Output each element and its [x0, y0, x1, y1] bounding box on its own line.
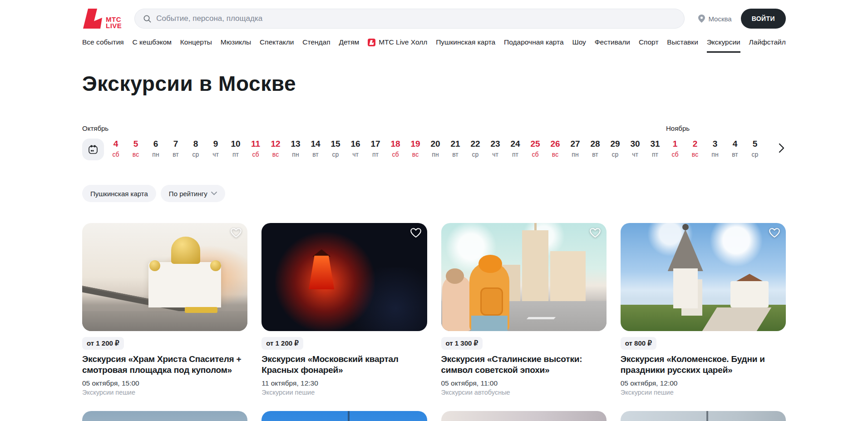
event-card-image[interactable] [261, 411, 427, 421]
nav-item[interactable]: Шоу [572, 38, 586, 47]
nav-item[interactable]: С кешбэком [133, 38, 172, 47]
calendar-day[interactable]: 3пн [705, 139, 725, 158]
calendar-day-weekday: вс [685, 151, 705, 158]
nav-item[interactable]: Все события [82, 38, 124, 47]
event-card-partial[interactable] [82, 411, 247, 421]
calendar-day[interactable]: 11сб [246, 139, 266, 158]
event-card-image[interactable] [261, 223, 427, 331]
calendar-day-weekday: пт [226, 151, 246, 158]
search-input[interactable] [156, 14, 676, 23]
search-bar[interactable] [134, 9, 685, 29]
nav-item[interactable]: Детям [339, 38, 360, 47]
calendar-day[interactable]: 17пт [365, 139, 385, 158]
calendar-day[interactable]: 7вт [166, 139, 186, 158]
event-card-image[interactable] [441, 411, 607, 421]
calendar-day[interactable]: 31пт [645, 139, 665, 158]
calendar-day[interactable]: 24пт [505, 139, 525, 158]
event-title[interactable]: Экскурсия «Коломенское. Будни и праздник… [621, 354, 786, 376]
nav-item[interactable]: Выставки [667, 38, 698, 47]
calendar-day[interactable]: 18сб [385, 139, 405, 158]
calendar-picker-button[interactable] [82, 139, 104, 160]
event-title[interactable]: Экскурсия «Храм Христа Спасителя + смотр… [82, 354, 247, 376]
calendar-day[interactable]: 23чт [485, 139, 505, 158]
calendar-day[interactable]: 22ср [465, 139, 485, 158]
event-card-partial[interactable] [261, 411, 427, 421]
calendar-day[interactable]: 12вс [266, 139, 286, 158]
calendar-day-weekday: пн [425, 151, 445, 158]
calendar-day[interactable]: 26вс [545, 139, 565, 158]
calendar-day[interactable]: 8ср [186, 139, 206, 158]
event-card[interactable]: от 800 ₽ Экскурсия «Коломенское. Будни и… [621, 223, 786, 396]
nav-item-label: МТС Live Холл [379, 38, 427, 46]
calendar-day[interactable]: 5вс [126, 139, 146, 158]
event-card-image[interactable] [621, 223, 786, 331]
favorite-heart-icon[interactable] [410, 228, 422, 240]
calendar-day[interactable]: 14вт [306, 139, 326, 158]
event-card[interactable]: от 1 300 ₽ Экскурсия «Сталинские высотки… [441, 223, 607, 396]
calendar-day[interactable]: 20пн [425, 139, 445, 158]
calendar-day[interactable]: 19вс [405, 139, 425, 158]
calendar-day-number: 30 [625, 139, 645, 149]
calendar-day[interactable]: 13пн [286, 139, 306, 158]
nav-item[interactable]: Стендап [302, 38, 330, 47]
calendar-day[interactable]: 28вт [585, 139, 605, 158]
nav-item[interactable]: МТС Live Холл [368, 38, 427, 47]
sort-dropdown[interactable]: По рейтингу [161, 185, 225, 202]
calendar-day[interactable]: 27пн [565, 139, 585, 158]
calendar-day-number: 5 [126, 139, 146, 149]
nav-item[interactable]: Лайфстайл [749, 38, 786, 47]
event-card-partial[interactable] [441, 411, 607, 421]
city-selector[interactable]: Москва [698, 15, 731, 23]
event-card-partial[interactable] [621, 411, 786, 421]
calendar-day[interactable]: 16чт [345, 139, 365, 158]
calendar-day[interactable]: 29ср [605, 139, 625, 158]
nav-item[interactable]: Пушкинская карта [436, 38, 495, 47]
event-photo [621, 223, 786, 331]
calendar-day[interactable]: 5ср [745, 139, 765, 158]
nav-item[interactable]: Спорт [639, 38, 659, 47]
login-button[interactable]: ВОЙТИ [741, 9, 786, 29]
calendar-day[interactable]: 9чт [206, 139, 226, 158]
calendar-day-number: 27 [565, 139, 585, 149]
calendar-day[interactable]: 4вт [725, 139, 745, 158]
calendar-day-weekday: ср [186, 151, 206, 158]
calendar-day[interactable]: 2вс [685, 139, 705, 158]
nav-item[interactable]: Концерты [180, 38, 212, 47]
nav-item[interactable]: Подарочная карта [504, 38, 564, 47]
calendar-month-october: Октябрь [82, 124, 108, 132]
event-title[interactable]: Экскурсия «Московский квартал Красных фо… [261, 354, 427, 376]
event-card-image[interactable] [82, 223, 247, 331]
nav-item-label: Выставки [667, 38, 698, 46]
favorite-heart-icon[interactable] [589, 228, 601, 240]
filter-chip-pushkin-card[interactable]: Пушкинская карта [82, 185, 156, 202]
calendar-day[interactable]: 4сб [106, 139, 126, 158]
event-card-image[interactable] [82, 411, 247, 421]
event-date: 05 октября, 12:00 [621, 379, 786, 387]
calendar-day-weekday: сб [246, 151, 266, 158]
calendar-day[interactable]: 10пт [226, 139, 246, 158]
calendar-next-button[interactable] [777, 142, 786, 155]
event-card-image[interactable] [621, 411, 786, 421]
calendar-day[interactable]: 6пн [146, 139, 166, 158]
nav-item[interactable]: Спектакли [260, 38, 294, 47]
event-card[interactable]: от 1 200 ₽ Экскурсия «Московский квартал… [261, 223, 427, 396]
calendar-day[interactable]: 21вт [445, 139, 465, 158]
photo-shape-hair [446, 268, 464, 284]
event-card[interactable]: от 1 200 ₽ Экскурсия «Храм Христа Спасит… [82, 223, 247, 396]
calendar-day[interactable]: 15ср [326, 139, 345, 158]
favorite-heart-icon[interactable] [769, 228, 780, 240]
nav-item[interactable]: Экскурсии [707, 38, 740, 47]
calendar-day[interactable]: 1сб [665, 139, 685, 158]
event-card-image[interactable] [441, 223, 607, 331]
calendar-day[interactable]: 25сб [525, 139, 545, 158]
calendar-day-weekday: сб [106, 151, 126, 158]
nav-item-label: Детям [339, 38, 360, 46]
nav-item[interactable]: Фестивали [595, 38, 630, 47]
calendar-day[interactable]: 30чт [625, 139, 645, 158]
event-title[interactable]: Экскурсия «Сталинские высотки: символ со… [441, 354, 607, 376]
calendar-day-weekday: пт [505, 151, 525, 158]
chevron-right-icon [777, 142, 786, 154]
nav-item[interactable]: Мюзиклы [221, 38, 251, 47]
mts-live-logo[interactable]: МТС LIVE [82, 8, 122, 29]
favorite-heart-icon[interactable] [230, 228, 242, 240]
